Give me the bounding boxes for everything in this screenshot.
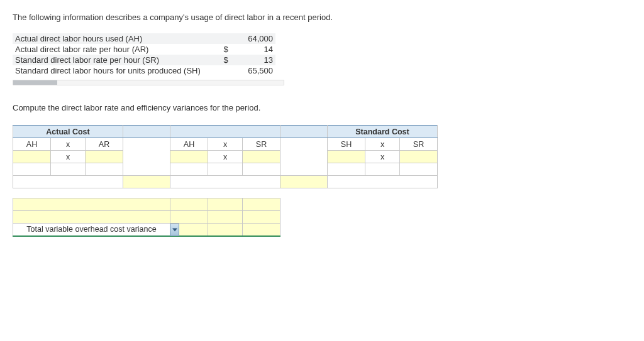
input-sr-std[interactable]	[400, 151, 438, 163]
gap-cell	[123, 163, 170, 176]
chevron-down-icon[interactable]	[170, 224, 179, 236]
spacer	[280, 211, 438, 224]
calc-cell	[208, 163, 243, 176]
subtotal-actual	[13, 176, 123, 188]
spacer	[280, 198, 438, 211]
intro-text: The following information describes a co…	[13, 13, 631, 22]
input-efficiency-variance-label[interactable]	[280, 176, 328, 188]
header-gap	[280, 126, 328, 138]
info-value: 13	[233, 55, 275, 65]
input-variance-amount-1[interactable]	[170, 198, 208, 211]
input-sh-std[interactable]	[328, 151, 365, 163]
standard-cost-header: Standard Cost	[328, 126, 438, 138]
calc-cell	[328, 163, 365, 176]
actual-cost-header: Actual Cost	[13, 126, 123, 138]
label-times: x	[51, 138, 86, 151]
label-sr: SR	[400, 138, 438, 151]
input-ah-mid[interactable]	[170, 151, 208, 163]
input-rate-variance-label[interactable]	[123, 176, 170, 188]
calc-cell	[13, 163, 51, 176]
info-currency: $	[219, 44, 233, 55]
label-times: x	[365, 151, 400, 163]
subtotal-std	[328, 176, 438, 188]
variance-worksheet: Actual Cost Standard Cost AH x AR AH x S…	[13, 125, 438, 237]
input-variance-fav-2[interactable]	[208, 211, 243, 224]
label-sh: SH	[328, 138, 365, 151]
input-cell[interactable]	[243, 211, 280, 224]
gap-cell	[280, 163, 328, 176]
calc-cell	[400, 163, 438, 176]
label-ah: AH	[170, 138, 208, 151]
input-cell[interactable]	[243, 224, 280, 236]
gap-cell	[280, 151, 328, 163]
info-currency	[219, 65, 233, 76]
spacer	[280, 224, 438, 236]
input-sr-mid[interactable]	[243, 151, 280, 163]
label-times: x	[208, 151, 243, 163]
info-value: 14	[233, 44, 275, 55]
header-gap	[123, 126, 170, 138]
info-label: Standard direct labor rate per hour (SR)	[13, 55, 219, 65]
input-variance-fav-1[interactable]	[208, 198, 243, 211]
calc-cell	[365, 163, 400, 176]
gap-cell	[280, 138, 328, 151]
given-info-table: Actual direct labor hours used (AH) 64,0…	[13, 33, 275, 76]
input-variance-name-2[interactable]	[13, 211, 170, 224]
label-ah: AH	[13, 138, 51, 151]
spacer	[13, 188, 438, 198]
label-ar: AR	[86, 138, 123, 151]
label-sr: SR	[243, 138, 280, 151]
input-total-fav[interactable]	[208, 224, 243, 236]
calc-cell	[243, 163, 280, 176]
compute-text: Compute the direct labor rate and effici…	[13, 103, 631, 112]
input-variance-name-1[interactable]	[13, 198, 170, 211]
total-variance-dropdown[interactable]: Total variable overhead cost variance	[13, 224, 170, 236]
info-label: Actual direct labor rate per hour (AR)	[13, 44, 219, 55]
horizontal-scrollbar[interactable]	[13, 80, 284, 85]
total-variance-label: Total variable overhead cost variance	[26, 225, 156, 234]
calc-cell	[170, 163, 208, 176]
gap-cell	[123, 151, 170, 163]
info-value: 65,500	[233, 65, 275, 76]
info-currency	[219, 33, 233, 44]
info-label: Standard direct labor hours for units pr…	[13, 65, 219, 76]
info-currency: $	[219, 55, 233, 65]
info-value: 64,000	[233, 33, 275, 44]
label-times: x	[51, 151, 86, 163]
middle-header	[170, 126, 280, 138]
input-cell[interactable]	[243, 198, 280, 211]
input-ar-actual[interactable]	[86, 151, 123, 163]
info-label: Actual direct labor hours used (AH)	[13, 33, 219, 44]
input-ah-actual[interactable]	[13, 151, 51, 163]
calc-cell	[86, 163, 123, 176]
subtotal-mid	[170, 176, 280, 188]
gap-cell	[123, 138, 170, 151]
input-variance-amount-2[interactable]	[170, 211, 208, 224]
label-times: x	[365, 138, 400, 151]
calc-cell	[51, 163, 86, 176]
label-times: x	[208, 138, 243, 151]
